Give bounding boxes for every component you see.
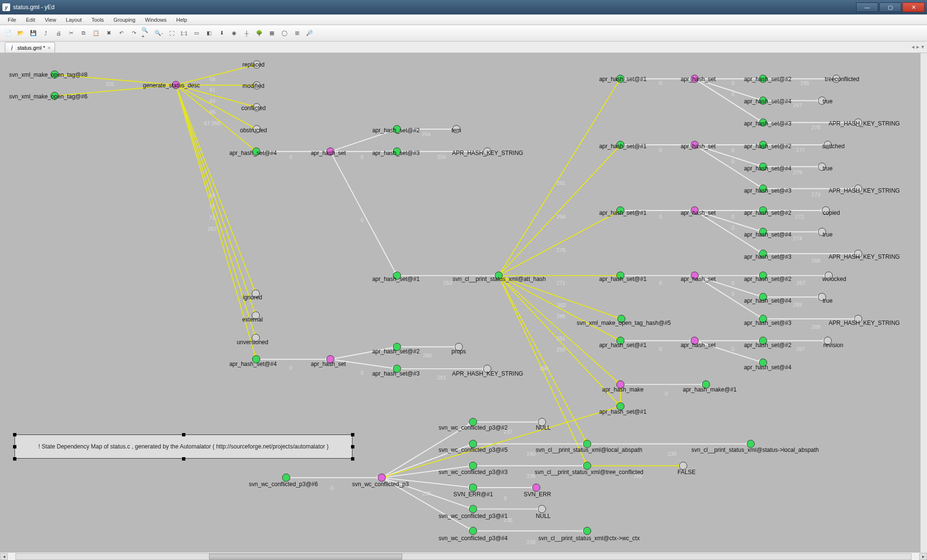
svg-line-50: [499, 276, 620, 406]
layout-organic-icon[interactable]: ◉: [229, 28, 239, 39]
menu-windows[interactable]: Windows: [140, 16, 171, 24]
svg-point-222: [393, 343, 401, 351]
tab-prev-icon[interactable]: ◂: [912, 43, 914, 50]
menu-layout[interactable]: Layout: [61, 16, 86, 24]
tab-next-icon[interactable]: ▸: [916, 43, 919, 50]
annotation-box[interactable]: ! State Dependency Map of status.c , gen…: [14, 434, 352, 459]
svg-point-246: [378, 474, 386, 482]
svg-point-210: [825, 272, 832, 280]
svg-line-16: [176, 85, 255, 316]
fit-selection-icon[interactable]: ◧: [204, 28, 214, 39]
cut-icon[interactable]: ✂: [66, 28, 76, 39]
svg-point-187: [818, 97, 826, 105]
scroll-right-icon[interactable]: ▸: [919, 553, 927, 560]
svg-line-60: [695, 79, 763, 100]
svg-point-218: [824, 337, 831, 345]
svg-line-126: [330, 359, 397, 369]
selection-handle[interactable]: [13, 445, 16, 448]
svg-point-173: [253, 148, 260, 155]
delete-icon[interactable]: ✖: [103, 28, 114, 39]
svg-point-220: [702, 381, 710, 389]
svg-point-224: [455, 343, 463, 351]
layout-orthogonal-icon[interactable]: ┼: [241, 28, 252, 39]
toggle-grid-icon[interactable]: ⊞: [292, 28, 302, 39]
scroll-thumb[interactable]: [209, 554, 402, 560]
svg-point-204: [854, 250, 862, 258]
svg-line-124: [330, 347, 397, 360]
svg-point-240: [533, 484, 540, 491]
menu-edit[interactable]: Edit: [21, 16, 40, 24]
zoom-fit-icon[interactable]: ⛶: [166, 28, 177, 39]
svg-point-208: [759, 293, 767, 301]
svg-point-198: [691, 207, 699, 214]
svg-point-202: [822, 207, 830, 214]
svg-line-6: [176, 85, 256, 85]
zoom-out-icon[interactable]: 🔍-: [154, 28, 164, 39]
svg-point-196: [854, 185, 862, 193]
zoom-100-icon[interactable]: 1:1: [179, 28, 189, 39]
svg-point-168: [172, 81, 180, 89]
save-icon[interactable]: 💾: [28, 28, 39, 39]
svg-point-192: [759, 163, 767, 170]
layout-grid-icon[interactable]: ▦: [267, 28, 277, 39]
svg-point-174: [326, 148, 334, 155]
menu-grouping[interactable]: Grouping: [109, 16, 140, 24]
print-icon[interactable]: 🖨: [53, 28, 64, 39]
tab-status-gml[interactable]: j status.gml * ×: [5, 42, 55, 53]
svg-point-207: [759, 272, 767, 280]
tab-close-icon[interactable]: ×: [47, 45, 50, 51]
tab-list-icon[interactable]: ▾: [921, 43, 924, 50]
paste-icon[interactable]: 📋: [91, 28, 101, 39]
selection-handle[interactable]: [182, 433, 185, 436]
zoom-in-icon[interactable]: 🔍+: [141, 28, 152, 39]
svg-point-185: [759, 119, 767, 126]
menu-help[interactable]: Help: [171, 16, 192, 24]
svg-point-221: [617, 403, 624, 410]
menu-tools[interactable]: Tools: [86, 16, 109, 24]
window-title: status.gml - yEd: [13, 4, 856, 11]
new-file-icon[interactable]: 📄: [3, 28, 14, 39]
horizontal-scrollbar[interactable]: ◂ ▸: [0, 552, 927, 560]
vertical-scrollbar[interactable]: [920, 53, 927, 552]
export-icon[interactable]: ⤴: [41, 28, 51, 39]
svg-point-234: [583, 440, 591, 448]
svg-line-14: [176, 85, 255, 294]
scroll-left-icon[interactable]: ◂: [0, 553, 8, 560]
svg-point-166: [51, 70, 58, 78]
scroll-track[interactable]: [15, 553, 912, 560]
selection-handle[interactable]: [351, 433, 354, 436]
toggle-magnify-icon[interactable]: 🔎: [304, 28, 315, 39]
undo-icon[interactable]: ↶: [116, 28, 126, 39]
close-button[interactable]: ✕: [902, 2, 925, 12]
menu-bar: FileEditViewLayoutToolsGroupingWindowsHe…: [0, 14, 927, 25]
svg-point-211: [818, 293, 826, 301]
toolbar: 📄📂💾⤴🖨✂⧉📋✖↶↷🔍+🔍-⛶1:1▭◧⬇◉┼🌳▦◯⊞🔎: [0, 25, 927, 42]
svg-point-242: [538, 505, 546, 513]
layout-circular-icon[interactable]: ◯: [279, 28, 290, 39]
zoom-area-icon[interactable]: ▭: [191, 28, 202, 39]
svg-point-182: [691, 75, 699, 83]
copy-icon[interactable]: ⧉: [78, 28, 89, 39]
selection-handle[interactable]: [13, 457, 16, 461]
menu-file[interactable]: File: [3, 16, 21, 24]
svg-point-205: [617, 272, 624, 280]
graph-canvas[interactable]: 3255961636567 26669717326200025425525328…: [0, 53, 927, 552]
svg-point-227: [326, 355, 334, 363]
svg-point-245: [282, 474, 290, 482]
svg-point-176: [393, 148, 401, 155]
menu-view[interactable]: View: [40, 16, 61, 24]
selection-handle[interactable]: [351, 445, 354, 448]
layout-tree-icon[interactable]: 🌳: [254, 28, 265, 39]
open-file-icon[interactable]: 📂: [15, 28, 26, 39]
svg-point-199: [759, 207, 767, 214]
svg-point-216: [759, 337, 767, 345]
layout-hierarchic-icon[interactable]: ⬇: [216, 28, 227, 39]
selection-handle[interactable]: [182, 457, 185, 461]
svg-line-48: [499, 276, 620, 385]
selection-handle[interactable]: [351, 457, 354, 461]
maximize-button[interactable]: ▢: [879, 2, 901, 12]
minimize-button[interactable]: —: [856, 2, 878, 12]
redo-icon[interactable]: ↷: [128, 28, 139, 39]
selection-handle[interactable]: [13, 433, 16, 436]
svg-point-179: [393, 272, 401, 280]
